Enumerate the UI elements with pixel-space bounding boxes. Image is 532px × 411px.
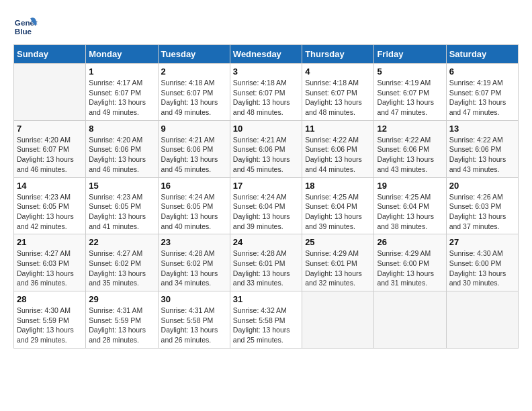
weekday-header: Tuesday [158, 45, 230, 64]
calendar-cell [14, 64, 86, 121]
calendar-cell: 12Sunrise: 4:22 AM Sunset: 6:06 PM Dayli… [374, 120, 446, 177]
calendar-cell: 4Sunrise: 4:18 AM Sunset: 6:07 PM Daylig… [302, 64, 374, 121]
day-info: Sunrise: 4:22 AM Sunset: 6:06 PM Dayligh… [377, 135, 443, 175]
day-number: 4 [305, 66, 371, 77]
svg-text:Blue: Blue [15, 27, 32, 36]
day-number: 10 [233, 124, 299, 134]
day-info: Sunrise: 4:17 AM Sunset: 6:07 PM Dayligh… [89, 78, 154, 118]
day-number: 11 [305, 124, 371, 134]
day-number: 1 [89, 66, 154, 77]
day-number: 24 [233, 237, 299, 247]
day-info: Sunrise: 4:25 AM Sunset: 6:04 PM Dayligh… [305, 192, 371, 232]
day-info: Sunrise: 4:27 AM Sunset: 6:03 PM Dayligh… [17, 248, 83, 288]
calendar-cell [374, 291, 446, 349]
day-info: Sunrise: 4:22 AM Sunset: 6:06 PM Dayligh… [305, 135, 371, 175]
day-number: 7 [17, 124, 83, 134]
day-number: 26 [377, 237, 443, 247]
day-number: 16 [161, 181, 227, 191]
day-info: Sunrise: 4:21 AM Sunset: 6:06 PM Dayligh… [233, 135, 299, 175]
day-number: 15 [89, 181, 154, 191]
day-info: Sunrise: 4:18 AM Sunset: 6:07 PM Dayligh… [161, 78, 227, 118]
header: General Blue [13, 13, 519, 38]
day-number: 29 [89, 294, 154, 304]
day-info: Sunrise: 4:28 AM Sunset: 6:02 PM Dayligh… [161, 248, 227, 288]
calendar-cell: 19Sunrise: 4:25 AM Sunset: 6:04 PM Dayli… [374, 177, 446, 234]
calendar-cell: 25Sunrise: 4:29 AM Sunset: 6:01 PM Dayli… [302, 234, 374, 291]
day-number: 23 [161, 237, 227, 247]
day-info: Sunrise: 4:24 AM Sunset: 6:04 PM Dayligh… [233, 192, 299, 232]
day-number: 6 [449, 66, 515, 77]
calendar-cell: 17Sunrise: 4:24 AM Sunset: 6:04 PM Dayli… [230, 177, 302, 234]
calendar-week-row: 28Sunrise: 4:30 AM Sunset: 5:59 PM Dayli… [14, 291, 519, 349]
day-info: Sunrise: 4:20 AM Sunset: 6:06 PM Dayligh… [89, 135, 154, 175]
calendar-cell: 15Sunrise: 4:23 AM Sunset: 6:05 PM Dayli… [86, 177, 158, 234]
calendar-cell: 1Sunrise: 4:17 AM Sunset: 6:07 PM Daylig… [86, 64, 158, 121]
day-number: 8 [89, 124, 154, 134]
calendar-cell: 5Sunrise: 4:19 AM Sunset: 6:07 PM Daylig… [374, 64, 446, 121]
day-info: Sunrise: 4:29 AM Sunset: 6:00 PM Dayligh… [377, 248, 443, 288]
calendar-cell: 9Sunrise: 4:21 AM Sunset: 6:06 PM Daylig… [158, 120, 230, 177]
calendar-cell: 3Sunrise: 4:18 AM Sunset: 6:07 PM Daylig… [230, 64, 302, 121]
calendar-cell: 21Sunrise: 4:27 AM Sunset: 6:03 PM Dayli… [14, 234, 86, 291]
day-number: 21 [17, 237, 83, 247]
day-info: Sunrise: 4:25 AM Sunset: 6:04 PM Dayligh… [377, 192, 443, 232]
weekday-header: Wednesday [230, 45, 302, 64]
day-number: 18 [305, 181, 371, 191]
day-number: 22 [89, 237, 154, 247]
calendar-cell: 23Sunrise: 4:28 AM Sunset: 6:02 PM Dayli… [158, 234, 230, 291]
day-number: 3 [233, 66, 299, 77]
calendar-cell: 20Sunrise: 4:26 AM Sunset: 6:03 PM Dayli… [446, 177, 518, 234]
day-info: Sunrise: 4:24 AM Sunset: 6:05 PM Dayligh… [161, 192, 227, 232]
calendar-cell: 16Sunrise: 4:24 AM Sunset: 6:05 PM Dayli… [158, 177, 230, 234]
day-number: 27 [449, 237, 515, 247]
day-info: Sunrise: 4:19 AM Sunset: 6:07 PM Dayligh… [449, 78, 515, 118]
day-number: 20 [449, 181, 515, 191]
calendar-cell [302, 291, 374, 349]
calendar-cell: 6Sunrise: 4:19 AM Sunset: 6:07 PM Daylig… [446, 64, 518, 121]
day-info: Sunrise: 4:20 AM Sunset: 6:07 PM Dayligh… [17, 135, 83, 175]
calendar-cell: 7Sunrise: 4:20 AM Sunset: 6:07 PM Daylig… [14, 120, 86, 177]
day-number: 31 [233, 294, 299, 304]
calendar-cell: 18Sunrise: 4:25 AM Sunset: 6:04 PM Dayli… [302, 177, 374, 234]
calendar-cell: 11Sunrise: 4:22 AM Sunset: 6:06 PM Dayli… [302, 120, 374, 177]
logo: General Blue [13, 13, 40, 38]
calendar-cell: 31Sunrise: 4:32 AM Sunset: 5:58 PM Dayli… [230, 291, 302, 349]
calendar-cell: 29Sunrise: 4:31 AM Sunset: 5:59 PM Dayli… [86, 291, 158, 349]
day-info: Sunrise: 4:28 AM Sunset: 6:01 PM Dayligh… [233, 248, 299, 288]
day-number: 17 [233, 181, 299, 191]
calendar-cell: 10Sunrise: 4:21 AM Sunset: 6:06 PM Dayli… [230, 120, 302, 177]
day-number: 25 [305, 237, 371, 247]
day-info: Sunrise: 4:30 AM Sunset: 6:00 PM Dayligh… [449, 248, 515, 288]
day-info: Sunrise: 4:31 AM Sunset: 5:58 PM Dayligh… [161, 306, 227, 345]
calendar-cell: 27Sunrise: 4:30 AM Sunset: 6:00 PM Dayli… [446, 234, 518, 291]
day-number: 14 [17, 181, 83, 191]
day-info: Sunrise: 4:22 AM Sunset: 6:06 PM Dayligh… [449, 135, 515, 175]
day-info: Sunrise: 4:21 AM Sunset: 6:06 PM Dayligh… [161, 135, 227, 175]
day-info: Sunrise: 4:26 AM Sunset: 6:03 PM Dayligh… [449, 192, 515, 232]
calendar-cell: 8Sunrise: 4:20 AM Sunset: 6:06 PM Daylig… [86, 120, 158, 177]
day-number: 9 [161, 124, 227, 134]
calendar-cell: 24Sunrise: 4:28 AM Sunset: 6:01 PM Dayli… [230, 234, 302, 291]
weekday-header: Monday [86, 45, 158, 64]
day-number: 13 [449, 124, 515, 134]
day-info: Sunrise: 4:23 AM Sunset: 6:05 PM Dayligh… [17, 192, 83, 232]
day-number: 5 [377, 66, 443, 77]
day-info: Sunrise: 4:18 AM Sunset: 6:07 PM Dayligh… [305, 78, 371, 118]
day-info: Sunrise: 4:19 AM Sunset: 6:07 PM Dayligh… [377, 78, 443, 118]
calendar-cell: 28Sunrise: 4:30 AM Sunset: 5:59 PM Dayli… [14, 291, 86, 349]
day-info: Sunrise: 4:30 AM Sunset: 5:59 PM Dayligh… [17, 306, 83, 345]
day-number: 12 [377, 124, 443, 134]
day-info: Sunrise: 4:23 AM Sunset: 6:05 PM Dayligh… [89, 192, 154, 232]
calendar-cell: 26Sunrise: 4:29 AM Sunset: 6:00 PM Dayli… [374, 234, 446, 291]
calendar-week-row: 14Sunrise: 4:23 AM Sunset: 6:05 PM Dayli… [14, 177, 519, 234]
calendar-cell: 13Sunrise: 4:22 AM Sunset: 6:06 PM Dayli… [446, 120, 518, 177]
day-info: Sunrise: 4:27 AM Sunset: 6:02 PM Dayligh… [89, 248, 154, 288]
calendar-cell: 30Sunrise: 4:31 AM Sunset: 5:58 PM Dayli… [158, 291, 230, 349]
calendar-week-row: 21Sunrise: 4:27 AM Sunset: 6:03 PM Dayli… [14, 234, 519, 291]
day-info: Sunrise: 4:31 AM Sunset: 5:59 PM Dayligh… [89, 306, 154, 345]
day-info: Sunrise: 4:29 AM Sunset: 6:01 PM Dayligh… [305, 248, 371, 288]
day-number: 2 [161, 66, 227, 77]
calendar-header: SundayMondayTuesdayWednesdayThursdayFrid… [14, 45, 519, 64]
logo-icon: General Blue [13, 13, 38, 38]
day-info: Sunrise: 4:32 AM Sunset: 5:58 PM Dayligh… [233, 306, 299, 345]
